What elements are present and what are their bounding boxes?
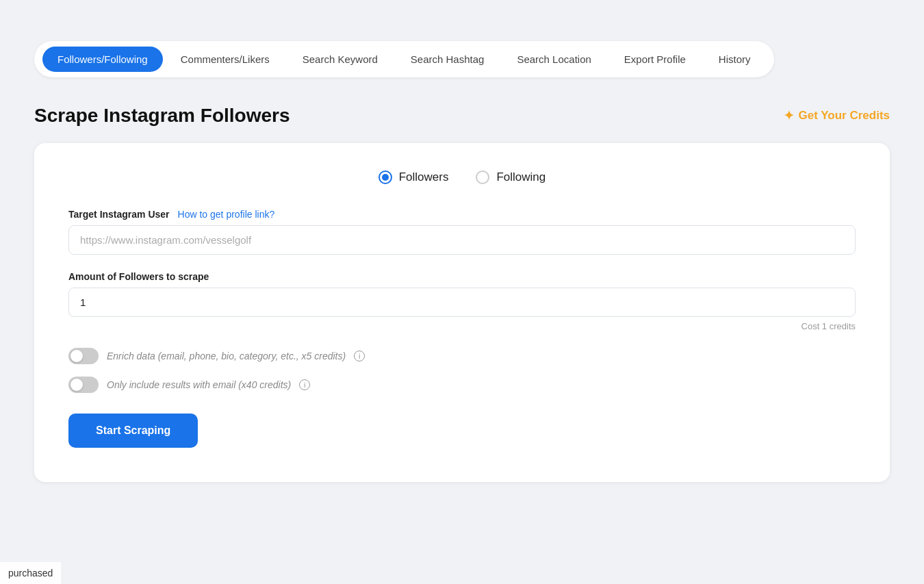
email-only-info-icon[interactable]: i [299, 379, 310, 390]
page-title: Scrape Instagram Followers [34, 105, 290, 127]
profile-link-help[interactable]: How to get profile link? [178, 209, 275, 220]
radio-followers[interactable]: Followers [378, 170, 449, 184]
amount-label-row: Amount of Followers to scrape [68, 271, 856, 282]
cost-hint: Cost 1 credits [68, 321, 856, 331]
tab-search-keyword[interactable]: Search Keyword [287, 47, 393, 72]
tab-search-hashtag[interactable]: Search Hashtag [396, 47, 500, 72]
enrich-label: Enrich data (email, phone, bio, category… [107, 351, 346, 361]
tab-commenters-likers[interactable]: Commenters/Likers [166, 47, 285, 72]
enrich-info-icon[interactable]: i [354, 351, 365, 361]
amount-input[interactable] [68, 288, 856, 317]
start-scraping-button[interactable]: Start Scraping [68, 414, 198, 448]
email-only-label: Only include results with email (x40 cre… [107, 379, 291, 390]
sparkle-icon: ✦ [784, 108, 794, 123]
get-credits-link[interactable]: ✦ Get Your Credits [784, 108, 890, 123]
radio-following-circle [476, 170, 489, 184]
tab-export-profile[interactable]: Export Profile [609, 47, 701, 72]
email-only-toggle[interactable] [68, 377, 99, 393]
radio-following-label: Following [496, 170, 546, 184]
target-user-input[interactable] [68, 225, 856, 255]
target-user-field-group: Target Instagram User How to get profile… [68, 209, 856, 255]
target-label-row: Target Instagram User How to get profile… [68, 209, 856, 220]
tab-search-location[interactable]: Search Location [502, 47, 606, 72]
radio-followers-label: Followers [399, 170, 449, 184]
main-card: Followers Following Target Instagram Use… [34, 143, 890, 482]
tab-history[interactable]: History [704, 47, 766, 72]
tab-navigation: Followers/Following Commenters/Likers Se… [34, 41, 774, 77]
target-user-label: Target Instagram User [68, 209, 170, 220]
radio-group: Followers Following [68, 170, 856, 184]
page-wrapper: Followers/Following Commenters/Likers Se… [0, 0, 924, 584]
amount-field-group: Amount of Followers to scrape Cost 1 cre… [68, 271, 856, 331]
tab-followers-following[interactable]: Followers/Following [42, 47, 163, 72]
purchased-label: purchased [0, 562, 61, 584]
enrich-toggle[interactable] [68, 348, 99, 364]
radio-following[interactable]: Following [476, 170, 546, 184]
enrich-toggle-row: Enrich data (email, phone, bio, category… [68, 348, 856, 364]
page-header: Scrape Instagram Followers ✦ Get Your Cr… [34, 105, 890, 127]
amount-label: Amount of Followers to scrape [68, 271, 209, 282]
email-only-toggle-row: Only include results with email (x40 cre… [68, 377, 856, 393]
radio-followers-circle [378, 170, 392, 184]
credits-label: Get Your Credits [798, 109, 890, 123]
